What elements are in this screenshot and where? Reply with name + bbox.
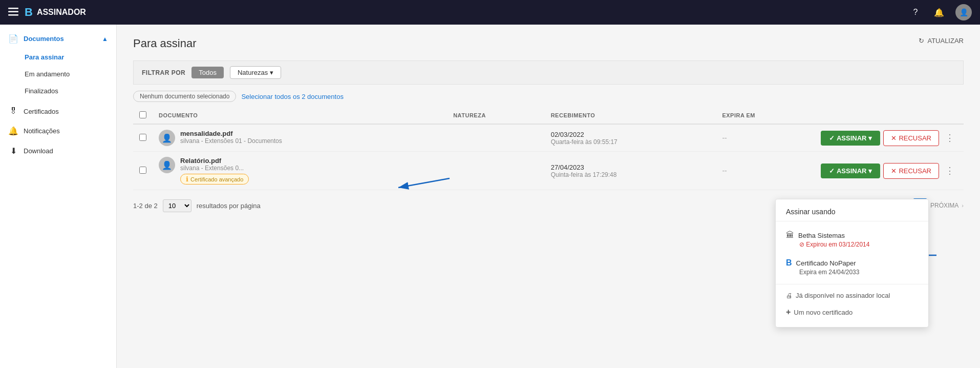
row2-expira-val: --: [722, 167, 727, 175]
update-label: ATUALIZAR: [927, 37, 964, 45]
sidebar-item-certificados[interactable]: 🎖 Certificados: [0, 101, 116, 121]
dropdown-local-link[interactable]: 🖨 Já disponível no assinador local: [776, 288, 928, 303]
sidebar-section-documentos: 📄 Documentos ▲ Para assinar Em andamento…: [0, 29, 116, 99]
header-documento: DOCUMENTO: [153, 107, 447, 124]
dropdown-item-nopaper[interactable]: B Certificado NoPaper Expira em 24/04/20…: [776, 253, 928, 281]
filter-by-label: FILTRAR POR: [142, 69, 185, 76]
row1-sign-button[interactable]: ✓ ASSINAR ▾: [821, 131, 881, 146]
row1-doc-name: mensalidade.pdf: [180, 130, 282, 137]
chevron-down-icon: ▾: [270, 69, 273, 76]
row1-time: Quarta-feira às 09:55:17: [551, 138, 710, 146]
pagination-summary: 1-2 de 2: [133, 202, 158, 210]
sidebar-item-finalizados[interactable]: Finalizados: [25, 83, 116, 99]
next-page-button[interactable]: PRÓXIMA: [930, 202, 958, 209]
topbar: B ASSINADOR ? 🔔 👤: [0, 0, 980, 25]
documentos-icon: 📄: [8, 34, 18, 44]
row1-expira-val: --: [722, 134, 727, 142]
svg-rect-0: [8, 8, 18, 9]
nopaper-icon: B: [786, 258, 792, 268]
row1-more-button[interactable]: ⋮: [942, 130, 957, 146]
notificacoes-icon: 🔔: [8, 126, 18, 136]
update-button[interactable]: ↻ ATUALIZAR: [919, 37, 964, 45]
certificados-icon: 🎖: [8, 107, 18, 116]
row1-recebimento: 02/03/2022 Quarta-feira às 09:55:17: [545, 124, 716, 152]
sidebar-download-label: Download: [24, 147, 53, 155]
row2-refuse-button[interactable]: ✕ RECUSAR: [883, 163, 939, 179]
row2-avatar: 👤: [159, 157, 175, 173]
avatar[interactable]: 👤: [955, 4, 972, 21]
sidebar-item-em-andamento[interactable]: Em andamento: [25, 66, 116, 83]
dropdown-divider: [776, 284, 928, 284]
logo-letter: B: [25, 6, 33, 19]
header-expira: EXPIRA EM: [716, 107, 815, 124]
betha-icon: 🏛: [786, 231, 794, 240]
next-chevron-icon: ›: [962, 202, 964, 209]
sidebar-documentos-label: Documentos: [24, 35, 64, 43]
dropdown-title: Assinar usando: [776, 206, 928, 221]
app-name: ASSINADOR: [37, 8, 86, 17]
header-checkbox-col: [133, 107, 153, 124]
sign-check-icon: ✓: [829, 134, 835, 142]
table-row: 👤 mensalidade.pdf silvana - Extensões 01…: [133, 124, 964, 152]
cert-badge: ℹ Certificado avançado: [180, 174, 249, 185]
main-content: Para assinar ↻ ATUALIZAR FILTRAR POR Tod…: [117, 25, 980, 368]
sidebar-certificados-label: Certificados: [24, 108, 59, 115]
select-all-checkbox[interactable]: [139, 111, 146, 118]
sign-dropdown-icon: ▾: [868, 134, 872, 142]
row1-expira: --: [716, 124, 815, 152]
row2-expira: --: [716, 152, 815, 190]
sidebar-item-documentos[interactable]: 📄 Documentos ▲: [0, 29, 116, 49]
row1-natureza: [447, 124, 544, 152]
new-cert-label: Um novo certificado: [794, 309, 853, 316]
betha-expiry: ⊘ Expirou em 03/12/2014: [786, 241, 918, 248]
betha-name: Betha Sistemas: [798, 232, 845, 239]
per-page-label: resultados por página: [197, 202, 261, 210]
local-link-label: Já disponível no assinador local: [796, 292, 890, 299]
dropdown-item-betha[interactable]: 🏛 Betha Sistemas ⊘ Expirou em 03/12/2014: [776, 226, 928, 253]
row2-sign-button[interactable]: ✓ ASSINAR ▾: [821, 163, 881, 178]
row1-doc-cell: 👤 mensalidade.pdf silvana - Extensões 01…: [153, 124, 447, 152]
sidebar-item-download[interactable]: ⬇ Download: [0, 141, 116, 161]
refresh-icon: ↻: [919, 37, 924, 45]
selection-bar: Nenhum documento selecionado Selecionar …: [133, 91, 964, 102]
topbar-icons: ? 🔔 👤: [908, 4, 972, 21]
chevron-up-icon: ▲: [102, 35, 108, 43]
sidebar-notificacoes-label: Notificações: [24, 127, 60, 135]
sidebar: 📄 Documentos ▲ Para assinar Em andamento…: [0, 25, 117, 368]
refuse2-x-icon: ✕: [891, 167, 897, 175]
printer-icon: 🖨: [786, 292, 793, 299]
svg-rect-2: [8, 14, 18, 16]
filter-naturezas-button[interactable]: Naturezas ▾: [230, 66, 281, 79]
row2-more-button[interactable]: ⋮: [942, 163, 957, 178]
naturezas-label: Naturezas: [238, 69, 268, 76]
plus-icon: +: [786, 308, 791, 317]
sidebar-item-notificacoes[interactable]: 🔔 Notificações: [0, 121, 116, 141]
row2-recebimento: 27/04/2023 Quinta-feira às 17:29:48: [545, 152, 716, 190]
select-all-link[interactable]: Selecionar todos os 2 documentos: [241, 93, 343, 100]
help-icon[interactable]: ?: [908, 5, 923, 19]
per-page-select[interactable]: 10 25 50 100: [163, 199, 191, 212]
row2-checkbox-cell: [133, 152, 153, 190]
row1-refuse-button[interactable]: ✕ RECUSAR: [883, 130, 939, 146]
row1-checkbox[interactable]: [139, 134, 146, 141]
dropdown-new-cert-link[interactable]: + Um novo certificado: [776, 303, 928, 321]
row2-actions: ✓ ASSINAR ▾ ✕ RECUSAR ⋮: [815, 152, 964, 190]
sign2-check-icon: ✓: [829, 167, 835, 175]
page-title: Para assinar: [133, 37, 964, 50]
documents-table: DOCUMENTO NATUREZA RECEBIMENTO EXPIRA EM…: [133, 107, 964, 190]
notifications-icon[interactable]: 🔔: [932, 5, 946, 19]
sidebar-item-para-assinar[interactable]: Para assinar: [25, 49, 116, 66]
row2-time: Quinta-feira às 17:29:48: [551, 171, 710, 178]
refuse-x-icon: ✕: [891, 134, 897, 142]
row1-avatar: 👤: [159, 130, 175, 146]
row2-doc-name: Relatório.pdf: [180, 157, 249, 165]
menu-icon[interactable]: [8, 8, 18, 17]
row2-doc-cell: 👤 Relatório.pdf silvana - Extensões 0...…: [153, 152, 447, 190]
app-logo: B ASSINADOR: [25, 6, 86, 19]
table-row: 👤 Relatório.pdf silvana - Extensões 0...…: [133, 152, 964, 190]
row2-checkbox[interactable]: [139, 167, 146, 174]
filter-todos-button[interactable]: Todos: [191, 67, 224, 78]
row2-date: 27/04/2023: [551, 163, 710, 171]
cert-badge-icon: ℹ: [186, 175, 188, 183]
svg-rect-1: [8, 11, 18, 12]
